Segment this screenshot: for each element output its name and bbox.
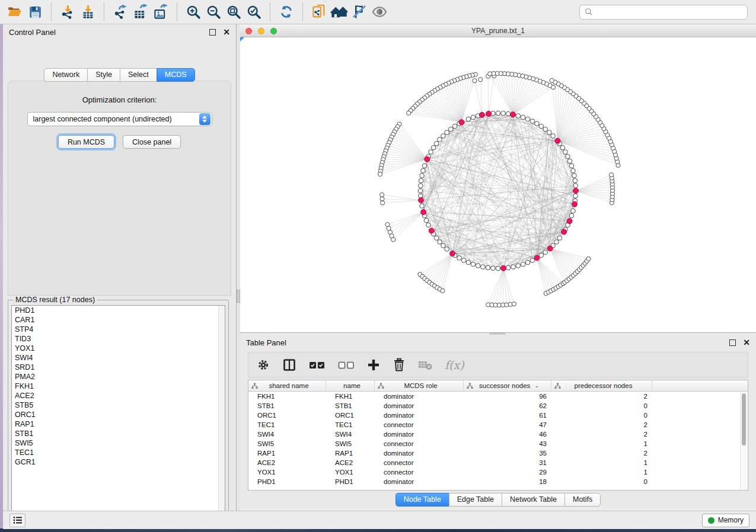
show-columns-button[interactable] xyxy=(282,358,296,372)
run-mcds-button[interactable]: Run MCDS xyxy=(58,135,114,149)
mcds-result-item[interactable]: GCR1 xyxy=(12,457,225,467)
mcds-result-item[interactable]: RAP1 xyxy=(12,419,225,429)
mcds-result-item[interactable]: CAR1 xyxy=(12,315,225,325)
mcds-result-item[interactable]: SWI4 xyxy=(12,353,225,363)
show-hide-button[interactable] xyxy=(369,2,390,22)
table-row[interactable]: RAP1RAP1dominator352 xyxy=(248,448,748,458)
mcds-result-item[interactable]: TID3 xyxy=(12,334,225,344)
export-table-button[interactable] xyxy=(130,2,151,22)
table-cell: YOX1 xyxy=(248,467,326,477)
tab-style[interactable]: Style xyxy=(87,68,120,82)
table-panel: Table Panel ✕ xyxy=(240,335,756,508)
import-table-button[interactable] xyxy=(78,2,98,22)
duplicate-network-button[interactable] xyxy=(309,2,329,22)
mcds-result-item[interactable]: YOX1 xyxy=(12,344,225,353)
network-canvas[interactable] xyxy=(240,37,756,332)
flag-slash-icon xyxy=(351,4,368,20)
network-titlebar[interactable]: YPA_prune.txt_1 xyxy=(240,25,756,37)
table-row[interactable]: TEC1TEC1connector472 xyxy=(248,420,748,430)
add-column-button[interactable] xyxy=(367,358,380,371)
table-cell: 1 xyxy=(551,458,652,467)
open-folder-button[interactable] xyxy=(5,2,25,22)
table-scrollbar-thumb[interactable] xyxy=(742,393,746,446)
mcds-result-item[interactable]: SRD1 xyxy=(12,363,225,372)
table-row[interactable]: STB1STB1dominator620 xyxy=(248,401,748,411)
table-row[interactable]: SWI4SWI4dominator462 xyxy=(248,430,748,439)
memory-button[interactable]: Memory xyxy=(702,514,749,527)
deselect-all-button[interactable] xyxy=(338,360,355,370)
float-window-icon[interactable] xyxy=(729,339,736,346)
zoom-selected-icon xyxy=(246,4,262,20)
table-row[interactable]: PHD1PHD1dominator180 xyxy=(248,477,748,486)
zoom-out-button[interactable] xyxy=(203,2,224,22)
float-window-icon[interactable] xyxy=(209,29,216,36)
zoom-selected-button[interactable] xyxy=(244,2,264,22)
zoom-in-button[interactable] xyxy=(183,2,203,22)
table-row[interactable]: ACE2ACE2connector311 xyxy=(248,458,748,467)
mcds-result-item[interactable]: ACE2 xyxy=(12,391,225,400)
panel-menu-button[interactable] xyxy=(9,514,25,527)
table-settings-button[interactable] xyxy=(257,358,270,371)
table-scrollbar[interactable] xyxy=(740,392,747,489)
mcds-list-scrollbar[interactable] xyxy=(218,306,225,516)
table-cell: connector xyxy=(375,420,464,430)
import-network-button[interactable] xyxy=(58,2,78,22)
table-cell: 2 xyxy=(551,420,652,430)
optimization-criterion-dropdown[interactable]: largest connected component (undirected) xyxy=(27,112,212,126)
network-overview-button[interactable] xyxy=(329,2,349,22)
close-icon[interactable]: ✕ xyxy=(743,339,750,346)
plus-icon xyxy=(367,358,380,371)
delete-column-button[interactable] xyxy=(393,358,406,372)
mcds-result-item[interactable]: PMA2 xyxy=(12,372,225,382)
mcds-result-item[interactable]: SWI5 xyxy=(12,438,225,448)
search-input[interactable] xyxy=(596,8,742,16)
table-cell: 35 xyxy=(464,448,551,458)
save-session-button[interactable] xyxy=(25,2,45,22)
network-title: YPA_prune.txt_1 xyxy=(240,27,756,35)
sort-indicator-icon: ⌄ xyxy=(534,383,539,389)
tab-edge-table[interactable]: Edge Table xyxy=(449,493,502,507)
table-row[interactable]: ORC1ORC1dominator610 xyxy=(248,411,748,420)
close-icon[interactable]: ✕ xyxy=(223,29,230,36)
tab-motifs[interactable]: Motifs xyxy=(564,493,601,507)
export-image-icon xyxy=(153,4,169,20)
tab-node-table[interactable]: Node Table xyxy=(395,493,449,507)
export-image-button[interactable] xyxy=(151,2,171,22)
export-network-button[interactable] xyxy=(110,2,130,22)
mcds-result-item[interactable]: STB5 xyxy=(12,400,225,410)
mcds-result-item[interactable]: STB1 xyxy=(12,429,225,438)
trash-icon xyxy=(393,358,406,372)
mcds-result-item[interactable]: FKH1 xyxy=(12,382,225,391)
graphics-details-button[interactable] xyxy=(349,2,369,22)
fx-icon: f(x) xyxy=(445,358,464,371)
tab-select[interactable]: Select xyxy=(120,68,157,82)
close-panel-button[interactable]: Close panel xyxy=(123,135,181,149)
mcds-result-list[interactable]: PHD1CAR1STP4TID3YOX1SWI4SRD1PMA2FKH1ACE2… xyxy=(11,305,225,517)
table-cell: 2 xyxy=(551,430,652,439)
unchecked-boxes-icon xyxy=(338,360,355,370)
search-box[interactable] xyxy=(579,5,748,20)
zoom-fit-button[interactable] xyxy=(224,2,244,22)
tab-network-table[interactable]: Network Table xyxy=(502,493,564,507)
table-row[interactable]: YOX1YOX1connector291 xyxy=(248,467,748,477)
select-all-button[interactable] xyxy=(309,360,326,370)
table-row[interactable]: SWI5SWI5connector431 xyxy=(248,439,748,448)
network-graph[interactable] xyxy=(240,37,756,333)
column-header-shared-name[interactable]: shared name xyxy=(248,380,326,391)
toolbar-separator xyxy=(270,3,270,21)
column-header-MCDS-role[interactable]: MCDS role xyxy=(375,380,464,391)
dropdown-stepper-icon xyxy=(199,113,210,125)
table-row[interactable]: FKH1FKH1dominator962 xyxy=(248,392,748,401)
tab-network[interactable]: Network xyxy=(44,68,87,82)
mcds-result-item[interactable]: ORC1 xyxy=(12,410,225,419)
tab-mcds[interactable]: MCDS xyxy=(157,68,195,82)
column-header-name[interactable]: name xyxy=(326,380,375,391)
mcds-result-item[interactable]: TEC1 xyxy=(12,448,225,457)
mcds-result-item[interactable]: STP4 xyxy=(12,325,225,334)
control-panel-tabs: Network Style Select MCDS xyxy=(3,68,236,82)
table-cell: SWI4 xyxy=(248,430,326,439)
column-header-successor-nodes[interactable]: successor nodes⌄ xyxy=(464,380,551,391)
column-header-predecessor-nodes[interactable]: predecessor nodes xyxy=(551,380,652,391)
mcds-result-item[interactable]: PHD1 xyxy=(12,306,225,315)
refresh-button[interactable] xyxy=(276,2,296,22)
